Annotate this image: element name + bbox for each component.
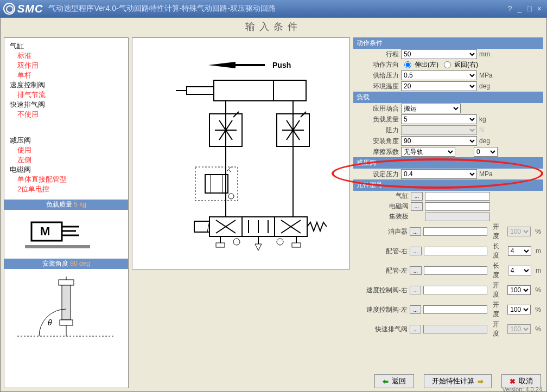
- tree-item[interactable]: 双作用: [10, 61, 123, 70]
- left-pane: 气缸 标准 双作用 单杆 速度控制阀 排气节流 快速排气阀 不使用 减压阀 使用…: [4, 37, 129, 388]
- temp-unit: deg: [479, 82, 495, 90]
- section-load: 负载: [353, 92, 543, 103]
- tree-solenoid[interactable]: 电磁阀: [10, 165, 123, 175]
- section-action: 动作条件: [353, 37, 543, 49]
- model-label: 电磁阀: [355, 202, 409, 211]
- svg-rect-28: [205, 175, 228, 193]
- tree-item[interactable]: 2位单电控: [10, 184, 123, 194]
- minimize-button[interactable]: _: [516, 4, 524, 13]
- tree-speed-valve[interactable]: 速度控制阀: [10, 80, 123, 90]
- extra-unit: %: [535, 286, 541, 294]
- friction-combo[interactable]: 无导轨: [401, 147, 455, 157]
- stroke-combo[interactable]: 50: [401, 49, 477, 59]
- model-label: 气缸: [355, 191, 409, 201]
- model-field[interactable]: [423, 286, 487, 294]
- svg-rect-35: [194, 221, 209, 232]
- extra-label: 开度: [493, 281, 505, 299]
- logo-icon: [3, 3, 15, 15]
- mass-combo[interactable]: 5: [401, 114, 477, 124]
- client-area: 输入条件 气缸 标准 双作用 单杆 速度控制阀 排气节流 快速排气阀 不使用 减…: [0, 17, 547, 392]
- extra-unit: %: [535, 228, 541, 235]
- browse-button[interactable]: ...: [410, 227, 422, 236]
- friction-label: 摩擦系数: [355, 147, 399, 157]
- svg-rect-5: [25, 245, 90, 248]
- model-field[interactable]: [424, 266, 488, 275]
- angle-combo[interactable]: 90: [401, 136, 477, 146]
- svg-text:Push: Push: [272, 61, 291, 69]
- pneumatic-diagram: Push: [132, 37, 350, 269]
- browse-button[interactable]: ...: [410, 286, 422, 294]
- direction-out-radio[interactable]: [404, 61, 411, 68]
- back-button[interactable]: ⬅ 返回: [374, 374, 414, 388]
- svg-rect-42: [292, 243, 301, 247]
- tree-item[interactable]: 标准: [10, 51, 123, 61]
- help-button[interactable]: ?: [506, 4, 514, 13]
- svg-rect-10: [60, 320, 73, 325]
- svg-rect-15: [214, 80, 306, 101]
- model-field[interactable]: [425, 202, 490, 211]
- browse-button[interactable]: ...: [410, 247, 422, 255]
- svg-rect-13: [236, 64, 265, 66]
- temp-label: 环境温度: [355, 82, 399, 91]
- model-field[interactable]: [423, 305, 487, 314]
- browse-button[interactable]: ...: [410, 305, 422, 314]
- extra-unit: m: [536, 247, 541, 255]
- page-title: 输入条件: [1, 18, 546, 35]
- app-logo: SMC: [3, 3, 43, 15]
- mass-label: 负载质量: [355, 115, 399, 124]
- extra-combo[interactable]: 4: [508, 246, 531, 256]
- load-mass-bar: 负载质量 5 kg: [4, 200, 128, 210]
- tree-item[interactable]: 使用: [10, 145, 123, 155]
- tree-cylinder[interactable]: 气缸: [10, 41, 123, 51]
- svg-point-31: [228, 194, 234, 199]
- tree-quick-exhaust[interactable]: 快速排气阀: [10, 100, 123, 110]
- model-label: 集装板: [355, 212, 409, 221]
- maximize-button[interactable]: □: [525, 4, 533, 13]
- extra-combo[interactable]: 100: [507, 285, 531, 295]
- browse-button[interactable]: ...: [411, 192, 423, 201]
- browse-button[interactable]: ...: [410, 266, 422, 275]
- angle-bar: 安装角度 90 deg: [4, 259, 128, 269]
- tree-item[interactable]: 单体直接配管型: [10, 175, 123, 184]
- svg-marker-12: [208, 62, 236, 68]
- stroke-unit: mm: [479, 50, 495, 58]
- extra-combo[interactable]: 4: [508, 266, 531, 275]
- browse-button[interactable]: ...: [411, 202, 423, 211]
- model-field[interactable]: [425, 192, 490, 201]
- version-label: Version: 4.0.24: [503, 386, 542, 392]
- close-button[interactable]: ×: [535, 4, 544, 13]
- supply-combo[interactable]: 0.5: [401, 70, 477, 80]
- tree-item[interactable]: 不使用: [10, 110, 123, 119]
- svg-point-43: [233, 239, 240, 245]
- tree-item[interactable]: 单杆: [10, 70, 123, 80]
- model-row: 速度控制阀-右...开度100%: [353, 280, 543, 300]
- resist-label: 阻力: [355, 126, 399, 135]
- arrow-right-icon: ➡: [478, 377, 484, 385]
- extra-combo[interactable]: 100: [507, 305, 531, 314]
- tree-item[interactable]: 排气节流: [10, 90, 123, 100]
- browse-button[interactable]: ...: [410, 325, 422, 333]
- model-row: 配管-右...长度4m: [353, 241, 543, 261]
- model-field[interactable]: [423, 227, 487, 236]
- app-name: SMC: [17, 3, 43, 15]
- model-label: 配管-左: [355, 266, 408, 275]
- angle-label: 安装角度: [355, 137, 399, 146]
- section-reducer: 减压阀: [353, 157, 543, 169]
- extra-unit: m: [536, 267, 541, 274]
- application-combo[interactable]: 搬运: [401, 104, 461, 113]
- application-label: 应用场合: [355, 104, 399, 113]
- calculate-button[interactable]: 开始特性计算 ➡: [424, 374, 492, 388]
- supply-label: 供给压力: [355, 71, 399, 80]
- extra-label: 长度: [493, 242, 506, 260]
- svg-text:M: M: [40, 224, 50, 238]
- svg-rect-8: [62, 284, 71, 320]
- extra-combo: 100: [507, 227, 531, 236]
- set-pressure-combo[interactable]: 0.4: [401, 169, 477, 179]
- friction-num-combo[interactable]: 0: [474, 147, 498, 157]
- direction-in-radio[interactable]: [444, 61, 451, 68]
- tree-item[interactable]: 左侧: [10, 155, 123, 165]
- temp-combo[interactable]: 20: [401, 81, 477, 91]
- model-field[interactable]: [424, 247, 488, 255]
- tree-reducer[interactable]: 减压阀: [10, 136, 123, 145]
- extra-combo: 100: [507, 324, 531, 334]
